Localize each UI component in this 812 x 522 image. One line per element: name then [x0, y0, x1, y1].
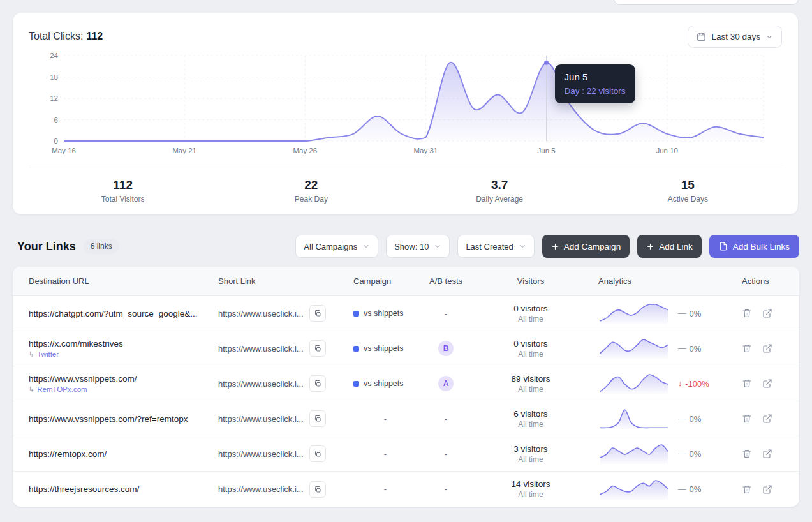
campaign-cell: vs shippets	[353, 344, 417, 353]
tooltip-date: Jun 5	[565, 71, 626, 82]
links-table-body: https://chatgpt.com/?utm_source=google&.…	[13, 296, 799, 507]
column-header-destination: Destination URL	[13, 276, 218, 286]
destination-cell: https://threejsresources.com/ ↳	[13, 484, 218, 494]
destination-url: https://www.vssnippets.com/?ref=remtopx	[29, 414, 212, 424]
chevron-down-icon	[519, 242, 526, 250]
column-header-short-link: Short Link	[218, 276, 353, 286]
delete-link-button[interactable]	[742, 449, 752, 459]
column-header-visitors: Visitors	[475, 276, 587, 286]
actions-cell	[734, 378, 799, 389]
visitors-cell: 14 visitors All time	[475, 479, 587, 499]
add-link-button[interactable]: Add Link	[637, 235, 702, 258]
open-link-button[interactable]	[762, 308, 772, 318]
copy-link-button[interactable]	[309, 445, 326, 462]
add-bulk-links-button[interactable]: Add Bulk Links	[709, 235, 799, 258]
delete-link-button[interactable]	[742, 414, 752, 424]
external-link-icon	[762, 414, 772, 424]
sparkline-chart	[598, 406, 670, 431]
add-campaign-button[interactable]: Add Campaign	[542, 235, 630, 258]
clicks-chart[interactable]: 06121824May 16May 21May 26May 31Jun 5Jun…	[29, 50, 782, 159]
analytics-cell: — 0%	[587, 477, 734, 502]
short-link-cell: https://www.useclick.i...	[218, 375, 353, 392]
file-icon	[719, 242, 728, 251]
campaign-color-dot	[353, 311, 359, 317]
short-link-cell: https://www.useclick.i...	[218, 410, 353, 427]
external-link-icon	[762, 484, 772, 495]
floating-input-partial[interactable]	[614, 0, 799, 5]
destination-cell: https://remtopx.com/ ↳	[13, 449, 218, 459]
change-direction-icon: —	[678, 414, 686, 423]
actions-cell	[734, 484, 799, 495]
short-link-url: https://www.useclick.i...	[218, 484, 304, 494]
clicks-stats-row: 112 Total Visitors 22 Peak Day 3.7 Daily…	[29, 168, 782, 204]
svg-text:May 21: May 21	[172, 147, 196, 154]
copy-link-button[interactable]	[309, 410, 326, 427]
ab-test-cell: -	[417, 484, 475, 494]
ab-test-badge: -	[445, 414, 447, 424]
links-toolbar: Your Links 6 links All Campaigns Show: 1…	[17, 235, 799, 258]
delete-link-button[interactable]	[742, 484, 752, 495]
visitors-count: 89 visitors	[475, 374, 587, 384]
svg-text:May 26: May 26	[293, 147, 317, 154]
svg-text:May 31: May 31	[414, 147, 438, 154]
actions-cell	[734, 449, 799, 459]
visitors-cell: 89 visitors All time	[475, 374, 587, 394]
svg-text:24: 24	[50, 52, 58, 59]
delete-link-button[interactable]	[742, 378, 752, 389]
change-percent: -100%	[685, 379, 709, 389]
campaigns-filter-dropdown[interactable]: All Campaigns	[295, 235, 378, 258]
change-indicator: — 0%	[678, 344, 701, 354]
visitors-period: All time	[475, 350, 587, 359]
campaign-color-dot	[353, 381, 359, 387]
campaign-cell: -	[353, 484, 417, 494]
table-row: https://www.vssnippets.com/ ↳ RemTOPx.co…	[13, 366, 799, 401]
table-row: https://x.com/mikestrives ↳ Twitter http…	[13, 331, 799, 366]
sparkline-chart	[598, 336, 670, 361]
date-range-selector[interactable]: Last 30 days	[688, 26, 782, 48]
visitors-cell: 6 visitors All time	[475, 409, 587, 429]
campaign-name: vs shippets	[364, 309, 404, 318]
change-indicator: — 0%	[678, 484, 701, 494]
short-link-cell: https://www.useclick.i...	[218, 305, 353, 322]
copy-link-button[interactable]	[309, 305, 326, 322]
links-table-header: Destination URL Short Link Campaign A/B …	[13, 267, 799, 296]
open-link-button[interactable]	[762, 414, 772, 424]
visitors-count: 3 visitors	[475, 444, 587, 454]
total-clicks-label: Total Clicks:	[29, 31, 83, 41]
external-link-icon	[762, 308, 772, 318]
copy-icon	[314, 415, 321, 422]
delete-link-button[interactable]	[742, 308, 752, 318]
total-clicks-card: Total Clicks:112 Last 30 days 06121824Ma…	[13, 13, 798, 214]
delete-link-button[interactable]	[742, 343, 752, 354]
short-link-cell: https://www.useclick.i...	[218, 340, 353, 357]
campaigns-filter-label: All Campaigns	[304, 242, 357, 251]
referrer-label: ↳ RemTOPx.com	[29, 385, 212, 394]
copy-link-button[interactable]	[309, 375, 326, 392]
change-indicator: — 0%	[678, 449, 701, 459]
open-link-button[interactable]	[762, 343, 772, 354]
destination-cell: https://www.vssnippets.com/?ref=remtopx …	[13, 414, 218, 424]
short-link-cell: https://www.useclick.i...	[218, 445, 353, 462]
copy-link-button[interactable]	[309, 481, 326, 498]
chevron-down-icon	[765, 33, 773, 41]
campaign-cell: vs shippets	[353, 309, 417, 318]
column-header-analytics: Analytics	[587, 276, 734, 286]
campaign-name: -	[384, 449, 387, 459]
visitors-count: 0 visitors	[475, 339, 587, 348]
analytics-cell: — 0%	[587, 336, 734, 361]
campaign-name: vs shippets	[364, 344, 404, 353]
table-row: https://threejsresources.com/ ↳ https://…	[13, 472, 799, 507]
show-count-label: Show: 10	[394, 242, 429, 251]
change-percent: 0%	[690, 309, 702, 318]
open-link-button[interactable]	[762, 449, 772, 459]
destination-url: https://chatgpt.com/?utm_source=google&.…	[29, 309, 212, 318]
copy-link-button[interactable]	[309, 340, 326, 357]
ab-test-badge: -	[445, 449, 447, 459]
open-link-button[interactable]	[762, 484, 772, 495]
column-header-campaign: Campaign	[353, 276, 417, 286]
short-link-url: https://www.useclick.i...	[218, 344, 304, 354]
sort-order-dropdown[interactable]: Last Created	[457, 235, 534, 258]
svg-text:May 16: May 16	[52, 147, 76, 154]
open-link-button[interactable]	[762, 378, 772, 389]
show-count-dropdown[interactable]: Show: 10	[386, 235, 450, 258]
